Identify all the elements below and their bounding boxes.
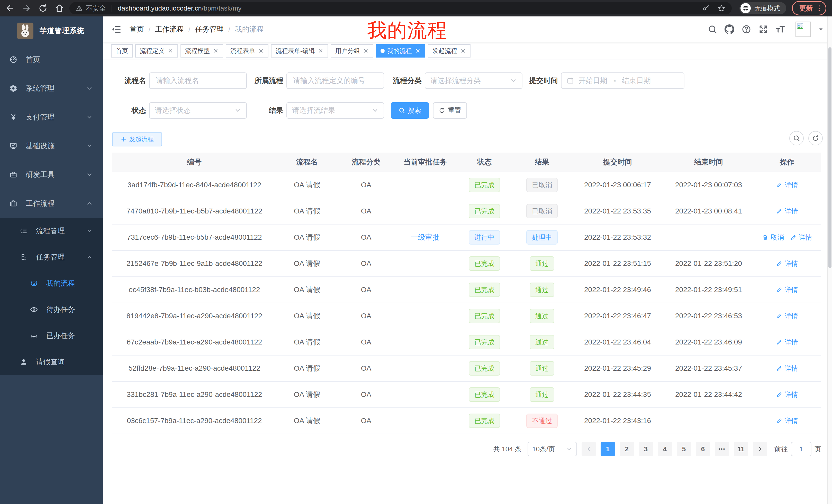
page-number-button[interactable]: 4 [658, 442, 672, 456]
forward-icon[interactable] [22, 3, 31, 13]
detail-action[interactable]: 详情 [776, 285, 798, 295]
detail-action[interactable]: 详情 [776, 180, 798, 190]
page-number-button[interactable]: ••• [715, 442, 729, 456]
app-logo[interactable]: 芋道管理系统 [0, 17, 103, 45]
close-icon[interactable] [213, 48, 218, 54]
date-range-picker[interactable]: 开始日期 - 结束日期 [561, 73, 684, 89]
definition-input[interactable] [286, 73, 384, 89]
current-task-link[interactable]: 一级审批 [411, 233, 440, 241]
show-search-toggle-button[interactable] [789, 131, 804, 145]
column-header: 状态 [456, 157, 513, 167]
detail-action[interactable]: 详情 [776, 207, 798, 216]
status-tag: 已完成 [469, 204, 500, 218]
avatar[interactable] [796, 22, 811, 37]
home-icon[interactable] [54, 3, 64, 13]
category-select[interactable]: 请选择流程分类 [425, 73, 522, 89]
result-select[interactable]: 请选择流结果 [286, 102, 384, 119]
bookmark-star-icon[interactable] [717, 4, 726, 12]
address-bar[interactable]: 不安全 dashboard.yudao.iocoder.cn/bpm/task/… [70, 2, 732, 15]
next-page-button[interactable] [753, 442, 767, 456]
fullscreen-icon[interactable] [758, 24, 768, 34]
view-tab[interactable]: 我的流程 [376, 44, 425, 58]
sidebar-item[interactable]: 系统管理 [0, 74, 103, 103]
breadcrumb-item[interactable]: 我的流程 [235, 24, 264, 34]
table-row: 7317cec6-7b9b-11ec-b5b7-acde48001122 OA … [112, 225, 821, 251]
sidebar-item[interactable]: 流程管理 [0, 218, 103, 244]
page-number-button[interactable]: 2 [620, 442, 634, 456]
browser-menu-kebab-icon[interactable] [815, 4, 823, 12]
table-row: 819442e8-7b9a-11ec-a290-acde48001122 OA … [112, 303, 821, 329]
search-icon[interactable] [707, 24, 717, 34]
view-tab[interactable]: 发起流程 [428, 44, 470, 58]
reset-button[interactable]: 重置 [433, 102, 467, 119]
page-number-button[interactable]: 3 [639, 442, 653, 456]
name-input[interactable] [149, 73, 247, 89]
github-icon[interactable] [725, 24, 734, 34]
goto-page-input[interactable] [791, 442, 811, 456]
page-number-button[interactable]: 1 [601, 442, 615, 456]
view-tab[interactable]: 流程定义 [135, 44, 178, 58]
sidebar-item[interactable]: 我的流程 [0, 270, 103, 297]
window-scrollbar[interactable] [827, 17, 832, 504]
detail-action[interactable]: 详情 [776, 364, 798, 373]
prev-page-button[interactable] [581, 442, 596, 456]
create-process-button[interactable]: 发起流程 [112, 132, 162, 146]
page-number-button[interactable]: 11 [734, 442, 748, 456]
sidebar-item[interactable]: 支付管理 [0, 103, 103, 132]
breadcrumb-item[interactable]: 任务管理 [195, 24, 224, 34]
password-key-icon[interactable] [702, 4, 710, 12]
breadcrumb-item[interactable]: 首页 [130, 24, 144, 34]
sidebar-item[interactable]: 工作流程 [0, 189, 103, 218]
tab-label: 流程表单-编辑 [276, 47, 315, 55]
page-size-select[interactable]: 10条/页 [527, 442, 577, 456]
status-select[interactable]: 请选择状态 [149, 102, 247, 119]
sidebar-item[interactable]: 已办任务 [0, 323, 103, 349]
close-icon[interactable] [258, 48, 264, 54]
detail-action[interactable]: 详情 [790, 233, 812, 242]
close-icon[interactable] [167, 48, 173, 54]
close-icon[interactable] [363, 48, 369, 54]
hamburger-icon[interactable] [111, 24, 121, 34]
menu-icon [20, 253, 28, 261]
detail-action[interactable]: 详情 [776, 312, 798, 320]
reload-icon[interactable] [38, 3, 48, 13]
sidebar-item[interactable]: 研发工具 [0, 160, 103, 189]
edit-icon [776, 260, 783, 267]
search-button[interactable]: 搜索 [391, 102, 429, 119]
name-input-field[interactable] [155, 76, 241, 85]
scrollbar-thumb[interactable] [828, 47, 831, 268]
view-tab[interactable]: 用户分组 [331, 44, 373, 58]
search-icon [793, 135, 800, 142]
refresh-table-button[interactable] [808, 131, 823, 145]
sidebar-item[interactable]: 待办任务 [0, 297, 103, 323]
help-icon[interactable] [742, 24, 751, 34]
column-header: 提交时间 [571, 157, 665, 167]
close-icon[interactable] [460, 48, 466, 54]
text-size-icon[interactable] [775, 24, 785, 34]
sidebar-item[interactable]: 基础设施 [0, 132, 103, 160]
result-tag: 不通过 [526, 414, 558, 428]
avatar-dropdown-caret-icon[interactable] [818, 26, 824, 32]
update-button[interactable]: 更新 [792, 1, 826, 16]
detail-action[interactable]: 详情 [776, 390, 798, 399]
view-tab[interactable]: 首页 [111, 44, 133, 58]
chevron-icon [86, 143, 93, 149]
sidebar-item[interactable]: 任务管理 [0, 244, 103, 270]
sidebar-item[interactable]: 首页 [0, 45, 103, 74]
view-tab[interactable]: 流程模型 [181, 44, 223, 58]
view-tab[interactable]: 流程表单 [226, 44, 268, 58]
page-number-button[interactable]: 6 [696, 442, 710, 456]
sidebar-item[interactable]: 请假查询 [0, 349, 103, 375]
cancel-action[interactable]: 取消 [762, 233, 784, 242]
back-icon[interactable] [5, 3, 15, 13]
detail-action[interactable]: 详情 [776, 416, 798, 425]
view-tab[interactable]: 流程表单-编辑 [271, 44, 328, 58]
close-icon[interactable] [415, 48, 421, 54]
detail-action[interactable]: 详情 [776, 259, 798, 268]
close-icon[interactable] [318, 48, 323, 54]
definition-input-field[interactable] [292, 76, 379, 85]
detail-action[interactable]: 详情 [776, 338, 798, 347]
breadcrumb-item[interactable]: 工作流程 [155, 24, 184, 34]
page-number-button[interactable]: 5 [677, 442, 691, 456]
process-table: 编号 流程名 流程分类 当前审批任务 状态 结果 提交时间 结束时间 [112, 152, 821, 434]
